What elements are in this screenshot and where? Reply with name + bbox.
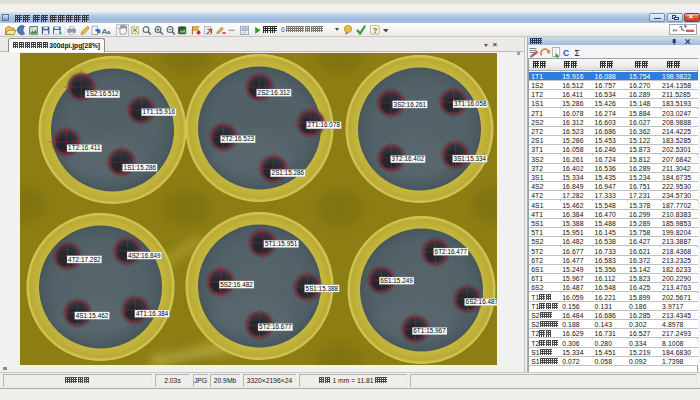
svg-text:4S1:15.462: 4S1:15.462 xyxy=(75,312,108,319)
svg-text:1S2:16.512: 1S2:16.512 xyxy=(86,90,119,97)
svg-text:4S2:16.849: 4S2:16.849 xyxy=(128,252,161,259)
svg-text:6S1:15.249: 6S1:15.249 xyxy=(380,277,413,284)
svg-text:5T1:15.951: 5T1:15.951 xyxy=(264,240,297,247)
svg-text:4T2:17.282: 4T2:17.282 xyxy=(68,256,101,263)
svg-text:3T2:16.402: 3T2:16.402 xyxy=(391,155,424,162)
svg-text:2T2:16.523: 2T2:16.523 xyxy=(221,135,254,142)
svg-text:1T1:15.916: 1T1:15.916 xyxy=(142,108,175,115)
svg-text:6S2:16.487: 6S2:16.487 xyxy=(465,298,496,305)
svg-text:a: a xyxy=(107,28,111,34)
svg-text:C: C xyxy=(563,48,569,58)
svg-text:2S1:15.286: 2S1:15.286 xyxy=(271,169,304,176)
svg-text:2T1:16.078: 2T1:16.078 xyxy=(307,121,340,128)
svg-text:6T1:15.967: 6T1:15.967 xyxy=(413,327,446,334)
svg-text:Σ: Σ xyxy=(575,48,580,58)
svg-text:3S1:15.334: 3S1:15.334 xyxy=(453,155,486,162)
svg-text:2S2:16.312: 2S2:16.312 xyxy=(257,89,290,96)
svg-text:6T2:16.477: 6T2:16.477 xyxy=(434,248,467,255)
svg-text:1S1:15.286: 1S1:15.286 xyxy=(123,164,156,171)
svg-text:5S1:15.388: 5S1:15.388 xyxy=(305,285,338,292)
svg-text:5T2:16.677: 5T2:16.677 xyxy=(259,323,292,330)
svg-text:?: ? xyxy=(373,26,378,35)
svg-text:4T1:16.384: 4T1:16.384 xyxy=(135,310,168,317)
svg-text:3S2:16.261: 3S2:16.261 xyxy=(393,101,426,108)
svg-text:5S2:16.482: 5S2:16.482 xyxy=(220,281,253,288)
svg-text:3T1:16.058: 3T1:16.058 xyxy=(454,100,487,107)
svg-text:1T2:16.411: 1T2:16.411 xyxy=(68,144,101,151)
